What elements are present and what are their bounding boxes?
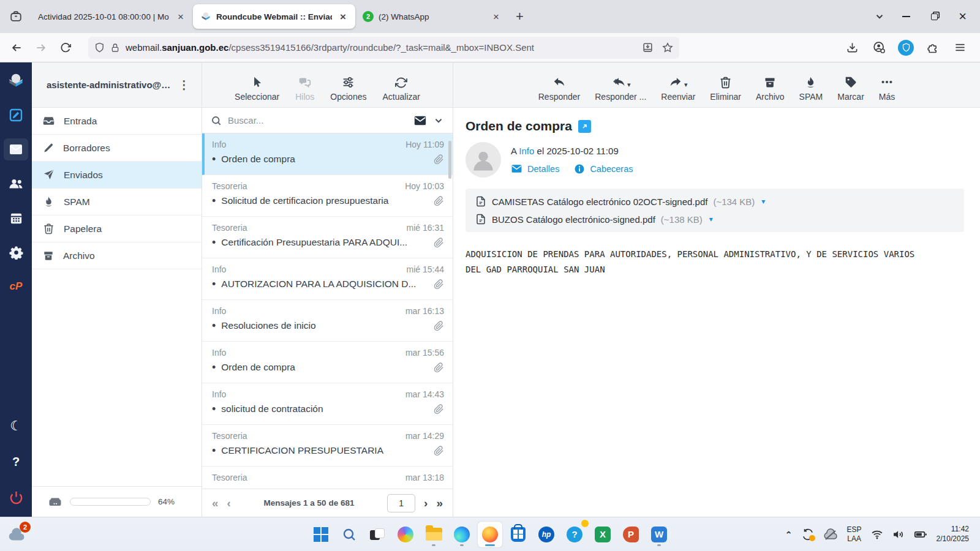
tab-roundcube[interactable]: Roundcube Webmail :: Enviados × <box>193 4 355 29</box>
mail-task-button[interactable] <box>4 138 28 160</box>
calendar-task-button[interactable] <box>4 207 28 229</box>
tray-expand-chevron-icon[interactable]: ⌃ <box>785 530 793 539</box>
sync-status-icon[interactable] <box>802 528 814 541</box>
attachment-menu-caret-icon[interactable]: ▾ <box>761 197 765 206</box>
page-number-input[interactable] <box>387 494 415 512</box>
firefox-view-button[interactable] <box>5 6 27 28</box>
cpanel-button[interactable]: cP <box>4 276 28 298</box>
delete-button[interactable]: Eliminar <box>710 76 741 102</box>
word-button[interactable]: W <box>647 522 671 547</box>
task-view-button[interactable] <box>365 522 390 547</box>
taskbar-search-button[interactable] <box>337 522 361 547</box>
wifi-icon[interactable] <box>871 528 883 541</box>
folder-entrada[interactable]: Entrada <box>32 108 202 135</box>
account-icon[interactable] <box>869 37 889 58</box>
headers-link[interactable]: Cabeceras <box>574 163 633 174</box>
extensions-puzzle-icon[interactable] <box>922 37 943 58</box>
menu-hamburger-icon[interactable] <box>949 37 970 58</box>
save-page-icon[interactable] <box>642 42 654 53</box>
logout-button[interactable] <box>4 486 28 508</box>
list-item[interactable]: Infomar 15:56 •Orden de compra <box>202 342 453 383</box>
url-bar[interactable]: webmail.sanjuan.gob.ec/cpsess3519415166/… <box>88 37 679 59</box>
get-help-button[interactable]: ? <box>562 522 587 547</box>
prev-page-button[interactable]: ‹ <box>227 497 231 510</box>
reply-button[interactable]: Responder <box>538 75 581 102</box>
file-explorer-button[interactable] <box>421 522 446 547</box>
restore-button[interactable] <box>931 13 938 20</box>
recipient-link[interactable]: Info <box>519 146 534 156</box>
first-page-button[interactable]: « <box>212 497 219 510</box>
vpn-extension-icon[interactable] <box>895 37 916 58</box>
folder-borradores[interactable]: Borradores <box>32 135 202 162</box>
shield-icon[interactable] <box>94 42 105 53</box>
settings-task-button[interactable] <box>4 241 28 263</box>
tab-list-chevron-icon[interactable] <box>874 11 885 22</box>
forward-button[interactable] <box>31 37 51 58</box>
roundcube-logo[interactable] <box>4 70 28 92</box>
volume-icon[interactable] <box>892 528 905 541</box>
last-page-button[interactable]: » <box>436 497 443 510</box>
taskbar-clock[interactable]: 11:422/10/2025 <box>937 525 969 544</box>
start-button[interactable] <box>309 522 333 547</box>
attachment-name[interactable]: CAMISETAS Catálogo electrónico 02OCT-sig… <box>492 197 707 207</box>
mark-button[interactable]: Marcar <box>837 76 864 102</box>
contacts-task-button[interactable] <box>4 173 28 195</box>
list-item[interactable]: Tesoreriamar 13:18 • <box>202 467 453 489</box>
select-button[interactable]: Seleccionar <box>235 76 279 102</box>
search-scope-icon[interactable] <box>413 114 427 127</box>
folder-enviados[interactable]: Enviados <box>32 162 202 189</box>
battery-icon[interactable] <box>914 528 927 541</box>
list-item[interactable]: TesoreriaHoy 10:03 •Solicitud de certifi… <box>202 175 453 217</box>
details-link[interactable]: Detalles <box>511 163 559 174</box>
open-in-new-window-icon[interactable] <box>578 120 591 133</box>
downloads-icon[interactable] <box>842 37 862 58</box>
list-item[interactable]: Infomar 16:13 •Resoluciones de inicio <box>202 300 453 342</box>
search-input[interactable] <box>228 115 407 126</box>
caret-down-icon[interactable]: ▾ <box>627 81 631 89</box>
forward-button[interactable]: ▾Reenviar <box>661 75 695 102</box>
list-item[interactable]: Tesoreriamar 14:29 •CERTIFICACION PRESUP… <box>202 425 453 467</box>
more-button[interactable]: Más <box>879 75 895 102</box>
list-item[interactable]: Infomié 15:44 •AUTORIZACION PARA LA ADQU… <box>202 258 453 300</box>
ms-store-button[interactable] <box>506 522 530 547</box>
attachment-row[interactable]: BUZOS Catálogo electrónico-signed.pdf (~… <box>475 214 954 225</box>
tab-close-icon[interactable]: × <box>175 10 187 23</box>
list-scrollbar[interactable] <box>448 141 451 179</box>
widgets-button[interactable]: 2 <box>6 525 42 544</box>
caret-down-icon[interactable]: ▾ <box>684 81 688 89</box>
language-indicator[interactable]: ESPLAA <box>847 525 862 544</box>
refresh-button[interactable]: Actualizar <box>382 77 420 102</box>
threads-button[interactable]: Hilos <box>295 76 314 102</box>
lock-icon[interactable] <box>110 43 120 53</box>
attachment-name[interactable]: BUZOS Catálogo electrónico-signed.pdf <box>492 214 655 225</box>
help-button[interactable]: ? <box>4 451 28 473</box>
search-options-chevron-icon[interactable] <box>433 115 444 126</box>
list-item[interactable]: Infomar 14:43 •solicitud de contratación <box>202 383 453 425</box>
spam-button[interactable]: SPAM <box>799 76 823 102</box>
copilot-button[interactable] <box>393 522 418 547</box>
account-menu-icon[interactable]: ⋮ <box>173 75 195 94</box>
powerpoint-button[interactable]: P <box>619 522 643 547</box>
close-button[interactable]: × <box>959 9 967 24</box>
attachment-menu-caret-icon[interactable]: ▾ <box>709 215 713 223</box>
next-page-button[interactable]: › <box>424 497 428 510</box>
list-item[interactable]: InfoHoy 11:09 •Orden de compra <box>202 133 453 175</box>
folder-archivo[interactable]: Archivo <box>32 242 202 269</box>
folder-papelera[interactable]: Papelera <box>32 216 202 242</box>
attachment-row[interactable]: CAMISETAS Catálogo electrónico 02OCT-sig… <box>475 196 954 207</box>
tab-close-icon[interactable]: × <box>490 10 502 23</box>
reload-button[interactable] <box>55 37 76 58</box>
hp-app-button[interactable]: hp <box>534 522 559 547</box>
folder-spam[interactable]: SPAM <box>32 189 202 216</box>
list-item[interactable]: Tesoreriamié 16:31 •Certificación Presup… <box>202 217 453 258</box>
archive-button[interactable]: Archivo <box>756 77 785 102</box>
new-tab-button[interactable]: + <box>508 9 531 24</box>
bookmark-star-icon[interactable] <box>662 42 673 53</box>
onedrive-offline-icon[interactable] <box>823 527 838 542</box>
compose-button[interactable] <box>4 104 28 126</box>
back-button[interactable] <box>6 37 27 58</box>
dark-mode-toggle[interactable]: ☾ <box>4 415 28 437</box>
edge-button[interactable] <box>450 522 474 547</box>
tab-whatsapp[interactable]: 2 (2) WhatsApp × <box>355 4 508 29</box>
excel-button[interactable]: X <box>590 522 615 547</box>
